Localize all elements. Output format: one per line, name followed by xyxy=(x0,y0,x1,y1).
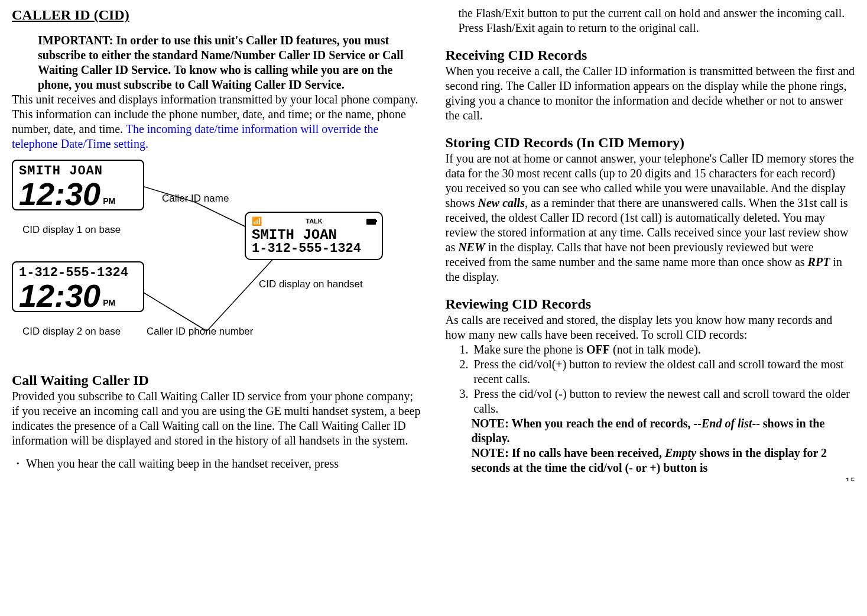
right-column: the Flash/Exit button to put the current… xyxy=(446,6,856,475)
storing-heading: Storing CID Records (In CID Memory) xyxy=(446,134,856,151)
handset-status-row: 📶 TALK xyxy=(252,216,376,227)
note2-text-a: NOTE: If no calls have been received, xyxy=(472,446,665,459)
new-emphasis: NEW xyxy=(458,241,485,254)
left-column: CALLER ID (CID) IMPORTANT: In order to u… xyxy=(12,6,422,475)
cid-diagram: SMITH JOAN 12:30 PM CID display 1 on bas… xyxy=(12,160,390,361)
important-note: IMPORTANT: In order to use this unit's C… xyxy=(38,33,422,92)
note-end-of-list: NOTE: When you reach the end of records,… xyxy=(472,416,856,446)
storing-text-c: in the display. Calls that have not been… xyxy=(446,241,814,268)
receiving-body: When you receive a call, the Caller ID i… xyxy=(446,64,856,123)
section-title: CALLER ID (CID) xyxy=(12,6,422,24)
lcd2-pm: PM xyxy=(103,299,115,307)
lcd2-caption: CID display 2 on base xyxy=(22,325,121,338)
antenna-icon: 📶 xyxy=(252,216,262,227)
continuation-text: the Flash/Exit button to put the current… xyxy=(459,6,856,35)
handset-phone-number: 1-312-555-1324 xyxy=(252,242,376,255)
reviewing-steps-list: Make sure the phone is OFF (not in talk … xyxy=(446,342,856,416)
note1-text-a: NOTE: When you reach the end of records,… xyxy=(472,417,702,430)
cwcid-body: Provided you subscribe to Call Waiting C… xyxy=(12,389,422,448)
label-caller-id-phone: Caller ID phone number xyxy=(147,325,253,338)
lcd1-time-row: 12:30 PM xyxy=(19,180,137,209)
note-empty: NOTE: If no calls have been received, Em… xyxy=(472,446,856,475)
list-item: Press the cid/vol (-) button to review t… xyxy=(472,387,856,416)
lcd1-time: 12:30 xyxy=(19,180,100,209)
manual-page: CALLER ID (CID) IMPORTANT: In order to u… xyxy=(12,6,855,475)
li1-text-b: (not in talk mode). xyxy=(610,343,701,356)
empty-emphasis: Empty xyxy=(665,446,696,459)
off-bold: OFF xyxy=(586,343,610,356)
li1-text-a: Make sure the phone is xyxy=(474,343,587,356)
bullet-text: When you hear the call waiting beep in t… xyxy=(26,456,339,471)
storing-body: If you are not at home or cannot answer,… xyxy=(446,151,856,284)
svg-line-3 xyxy=(207,257,275,331)
label-caller-id-name: Caller ID name xyxy=(162,192,229,205)
receiving-heading: Receiving CID Records xyxy=(446,46,856,64)
page-number: 15 xyxy=(845,475,855,481)
new-calls-emphasis: New calls xyxy=(478,196,525,209)
handset-caller-name: SMITH JOAN xyxy=(252,228,376,242)
handset-talk-label: TALK xyxy=(306,218,323,226)
list-item: Press the cid/vol(+) button to review th… xyxy=(472,357,856,387)
lcd2-time-row: 12:30 PM xyxy=(19,281,137,310)
lcd1-caption: CID display 1 on base xyxy=(22,223,121,236)
reviewing-intro: As calls are received and stored, the di… xyxy=(446,313,856,342)
bullet-dot: ・ xyxy=(12,456,26,471)
end-of-list-emphasis: End of list xyxy=(702,417,752,430)
lcd1-pm: PM xyxy=(103,197,115,205)
handset-display: 📶 TALK SMITH JOAN 1-312-555-1324 xyxy=(245,212,383,260)
lcd-display-2: 1-312-555-1324 12:30 PM xyxy=(12,261,144,312)
bullet-item: ・ When you hear the call waiting beep in… xyxy=(12,456,422,471)
lcd-display-1: SMITH JOAN 12:30 PM xyxy=(12,160,144,210)
reviewing-heading: Reviewing CID Records xyxy=(446,295,856,313)
handset-caption: CID display on handset xyxy=(259,278,363,290)
rpt-emphasis: RPT xyxy=(808,255,830,268)
cwcid-heading: Call Waiting Caller ID xyxy=(12,371,422,389)
lcd2-time: 12:30 xyxy=(19,281,100,310)
intro-paragraph: This unit receives and displays informat… xyxy=(12,92,422,151)
battery-icon xyxy=(366,219,376,225)
list-item: Make sure the phone is OFF (not in talk … xyxy=(472,342,856,357)
